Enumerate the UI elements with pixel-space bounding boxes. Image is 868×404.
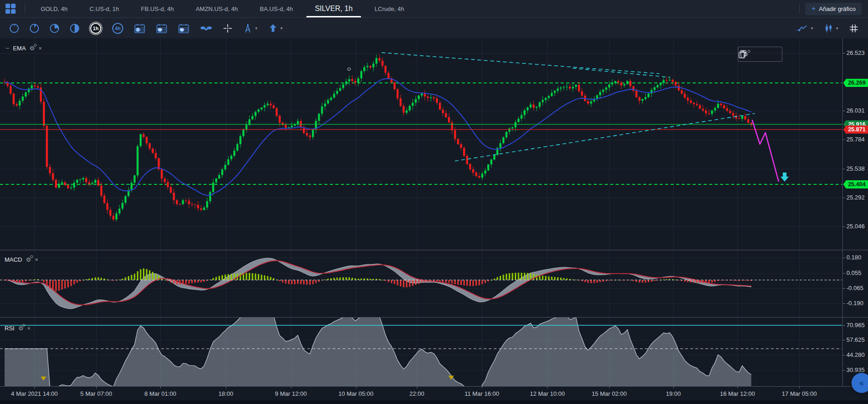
time-tick: 18:00 bbox=[218, 390, 234, 397]
rsi-tick: 57.625 bbox=[846, 336, 865, 343]
arrow-annotation-button[interactable]: ▾ bbox=[265, 22, 286, 34]
price-tick: 25.046 bbox=[846, 223, 865, 230]
axis-tick-mark bbox=[843, 370, 845, 371]
timeframe-30m-button[interactable] bbox=[67, 22, 82, 34]
duplicate-drawing-button[interactable] bbox=[754, 49, 765, 60]
panel-divider[interactable] bbox=[0, 317, 868, 318]
separator bbox=[25, 4, 25, 13]
apps-grid-icon[interactable] bbox=[5, 4, 16, 14]
rsi-area bbox=[5, 318, 751, 386]
tab-fb-us-d-4h[interactable]: FB.US-d, 4h bbox=[130, 0, 185, 17]
calendar-icon: W bbox=[156, 23, 167, 33]
timeframe-5m-button[interactable] bbox=[27, 22, 42, 34]
timeframe-weekly-button[interactable]: W bbox=[153, 22, 170, 35]
price-badge: 26.269 bbox=[843, 79, 868, 87]
timeframe-4h-button[interactable]: 4h bbox=[109, 22, 126, 35]
chart-tab-bar: GOLD, 4hC.US-d, 1hFB.US-d, 4hAMZN.US-d, … bbox=[0, 0, 868, 17]
timeframe-daily-button[interactable]: D bbox=[131, 22, 148, 35]
time-tick: 17 Mar 05:00 bbox=[782, 390, 817, 397]
timeframe-1h-button[interactable]: 1h bbox=[87, 22, 104, 35]
add-chart-label: Añadir gráfico bbox=[819, 5, 856, 12]
panel-divider[interactable] bbox=[0, 250, 868, 250]
axis-tick-mark bbox=[356, 387, 356, 388]
chart-type-button[interactable]: ▾ bbox=[821, 22, 841, 34]
time-tick: 8 Mar 01:00 bbox=[144, 390, 176, 397]
toolbar-left: 1h4hDWM▾▾ bbox=[6, 22, 286, 35]
time-tick: 15 Mar 02:00 bbox=[592, 390, 627, 397]
timeframe-15m-button[interactable] bbox=[47, 22, 62, 34]
tab-lcrude-4h[interactable]: LCrude, 4h bbox=[364, 0, 415, 17]
tab-gold-4h[interactable]: GOLD, 4h bbox=[30, 0, 79, 17]
multi-chart-layout-button[interactable] bbox=[846, 22, 862, 34]
calendar-icon: M bbox=[178, 23, 189, 33]
price-tick: 25.784 bbox=[846, 136, 865, 143]
calendar-icon: D bbox=[134, 23, 145, 33]
ema-line bbox=[5, 79, 751, 195]
axis-tick-mark bbox=[843, 303, 845, 304]
axis-tick-mark bbox=[34, 387, 35, 388]
time-tick: 5 Mar 07:00 bbox=[80, 390, 112, 397]
axis-tick-mark bbox=[737, 387, 738, 388]
down-arrow-marker bbox=[781, 172, 789, 182]
axis-tick-mark bbox=[226, 387, 226, 388]
layout-grid-icon bbox=[849, 24, 858, 33]
chevron-down-icon: ▾ bbox=[280, 26, 283, 31]
clock-pie-icon bbox=[70, 24, 79, 33]
tab-amzn-us-d-4h[interactable]: AMZN.US-d, 4h bbox=[185, 0, 249, 17]
collapse-panel-icon[interactable]: − bbox=[5, 44, 9, 52]
indicators-button[interactable]: ▾ bbox=[792, 23, 816, 34]
time-tick: 11 Mar 16:00 bbox=[464, 390, 499, 397]
delete-drawing-button[interactable] bbox=[769, 49, 780, 60]
range-selector-icon bbox=[200, 25, 212, 32]
gear-icon[interactable]: ⚙ bbox=[18, 325, 24, 331]
crosshair-tool-button[interactable] bbox=[220, 22, 235, 34]
svg-text:D: D bbox=[136, 27, 139, 32]
gear-icon[interactable]: ⚙ bbox=[29, 45, 35, 51]
axis-tick-mark bbox=[799, 387, 800, 388]
time-axis[interactable]: 4 Mar 2021 14:005 Mar 07:008 Mar 01:0018… bbox=[0, 386, 868, 400]
axis-tick-mark bbox=[547, 387, 548, 388]
indicator-name: MACD bbox=[5, 256, 22, 263]
custom-range-button[interactable] bbox=[197, 24, 215, 33]
side-panel-toggle-fab[interactable]: « bbox=[852, 373, 868, 393]
tab-label: SILVER, 1h bbox=[315, 5, 352, 13]
gear-icon[interactable]: ⚙ bbox=[26, 257, 31, 263]
axis-tick-mark bbox=[96, 387, 97, 388]
timeframe-label-icon: 1h bbox=[90, 23, 101, 34]
clock-pie-icon bbox=[30, 24, 39, 33]
timeframe-1m-button[interactable] bbox=[6, 22, 22, 34]
tab-label: GOLD, 4h bbox=[41, 5, 68, 12]
trendline bbox=[455, 113, 755, 161]
crosshair-icon bbox=[223, 24, 232, 33]
close-icon[interactable]: × bbox=[35, 257, 38, 263]
tab-label: FB.US-d, 4h bbox=[141, 5, 174, 12]
axis-tick-mark bbox=[843, 111, 845, 111]
drawing-tools-button[interactable]: ▾ bbox=[240, 22, 261, 35]
tab-silver-1h[interactable]: SILVER, 1h bbox=[304, 0, 363, 17]
candles bbox=[4, 54, 753, 221]
add-chart-button[interactable]: + Añadir gráfico bbox=[805, 3, 862, 15]
axis-tick-mark bbox=[609, 387, 610, 388]
timeframe-label-icon: 4h bbox=[112, 23, 123, 34]
macd-panel-canvas[interactable] bbox=[0, 250, 842, 318]
axis-tick-mark bbox=[843, 53, 845, 54]
axis-tick-mark bbox=[482, 387, 482, 388]
circle-marker bbox=[348, 68, 350, 70]
macd-indicator-label: MACD ⚙ × bbox=[5, 256, 38, 263]
trendline bbox=[573, 68, 670, 77]
close-icon[interactable]: × bbox=[27, 325, 31, 331]
macd-line bbox=[5, 258, 751, 309]
price-chart-canvas[interactable] bbox=[0, 38, 842, 250]
tab-ba-us-d-4h[interactable]: BA.US-d, 4h bbox=[249, 0, 304, 17]
indicator-name: EMA bbox=[13, 45, 26, 52]
tab-c-us-d-1h[interactable]: C.US-d, 1h bbox=[79, 0, 130, 17]
time-tick: 9 Mar 12:00 bbox=[275, 390, 306, 397]
trendline bbox=[382, 53, 660, 74]
price-axis[interactable]: 26.52326.03125.78425.53825.29225.0460.18… bbox=[842, 38, 868, 386]
axis-tick-mark bbox=[843, 169, 845, 169]
timeframe-monthly-button[interactable]: M bbox=[175, 22, 192, 35]
time-tick: 19:00 bbox=[666, 390, 681, 397]
rsi-panel-canvas[interactable] bbox=[0, 318, 842, 386]
close-icon[interactable]: × bbox=[38, 45, 42, 51]
tab-label: LCrude, 4h bbox=[375, 5, 404, 12]
